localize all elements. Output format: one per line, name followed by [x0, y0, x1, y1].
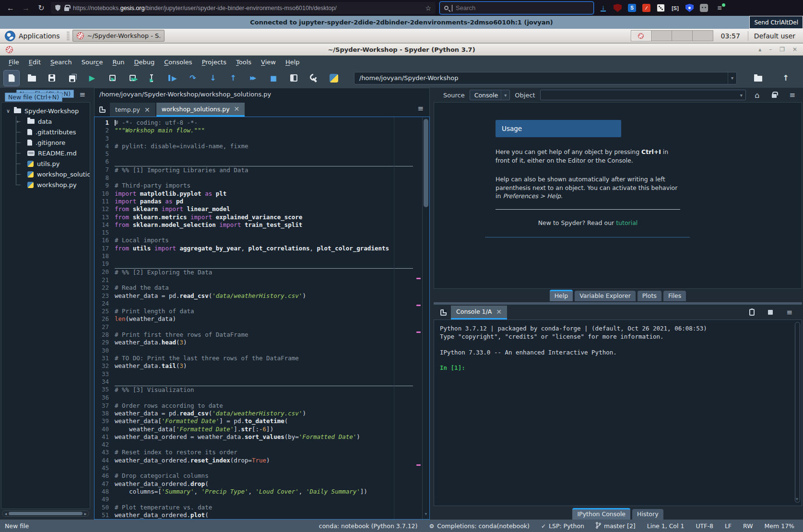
run-file-button[interactable]: ▶	[84, 71, 100, 86]
debug-file-button[interactable]: ▶	[165, 71, 180, 86]
close-icon[interactable]: ✕	[496, 309, 502, 314]
console-output[interactable]: Python 3.7.12 | packaged by conda-forge …	[434, 319, 802, 506]
tree-item--gitignore[interactable]: .gitignore	[1, 137, 90, 148]
menu-projects[interactable]: Projects	[197, 59, 231, 66]
todo-flag-icon[interactable]	[416, 331, 421, 333]
tree-item-readme-md[interactable]: README.md	[1, 148, 90, 158]
pane-options-icon[interactable]: ≡	[789, 91, 795, 99]
shade-window-icon[interactable]: ▴	[758, 46, 761, 53]
tree-item-workshop-py[interactable]: workshop.py	[1, 179, 90, 190]
workspace-1[interactable]	[631, 30, 651, 41]
browse-working-directory-button[interactable]	[750, 71, 766, 86]
home-icon[interactable]: ⌂	[755, 91, 759, 100]
maximize-window-icon[interactable]: ❐	[779, 46, 785, 53]
help-source-combo[interactable]: Console ▾	[470, 90, 510, 100]
taskbar-window-button[interactable]: ~/Spyder-Workshop - S...	[72, 30, 165, 42]
dice-icon[interactable]	[657, 4, 665, 12]
close-window-icon[interactable]: ✕	[792, 46, 797, 53]
clipboard-icon[interactable]	[749, 309, 755, 316]
continue-execution-button[interactable]: ▶▶	[246, 71, 261, 86]
tab-variable-explorer[interactable]: Variable Explorer	[575, 291, 636, 301]
chevron-down-icon[interactable]: ▾	[501, 90, 509, 100]
menu-view[interactable]: View	[256, 59, 281, 66]
downloads-icon[interactable]: ↓	[601, 4, 606, 12]
workspace-2[interactable]	[651, 30, 672, 41]
pane-options-icon[interactable]: ≡	[786, 308, 792, 317]
step-return-button[interactable]: ↑	[225, 71, 241, 86]
editor-options-icon[interactable]: ≡	[417, 104, 429, 117]
expander-icon[interactable]: ›	[14, 118, 22, 125]
send-ctrl-alt-del-button[interactable]: Send CtrlAltDel	[749, 16, 803, 29]
save-all-button[interactable]	[64, 71, 80, 86]
run-cell-and-advance-button[interactable]: ▶▶	[125, 71, 140, 86]
explorer-horizontal-scrollbar[interactable]: ◂ ▸	[2, 510, 89, 517]
search-input[interactable]: Search	[439, 1, 594, 14]
maximize-pane-button[interactable]	[286, 71, 301, 86]
menu-run[interactable]: Run	[107, 59, 129, 66]
expander-icon[interactable]: ∨	[4, 108, 12, 114]
close-icon[interactable]: ✕	[234, 106, 240, 111]
save-file-button[interactable]	[44, 71, 59, 86]
tab-plots[interactable]: Plots	[638, 291, 661, 301]
menu-source[interactable]: Source	[77, 59, 108, 66]
reload-icon[interactable]: ↻	[35, 3, 47, 12]
step-into-button[interactable]: ↓	[205, 71, 221, 86]
scroll-down-icon[interactable]: ▼	[423, 510, 429, 518]
console-tab[interactable]: Console 1/A ✕	[451, 306, 507, 319]
pane-options-icon[interactable]: ≡	[79, 90, 85, 99]
tab-help[interactable]: Help	[550, 290, 573, 301]
browse-tabs-button[interactable]	[436, 305, 451, 319]
scrollbar-handle[interactable]	[9, 512, 83, 515]
chevron-down-icon[interactable]: ▾	[728, 72, 736, 84]
tree-item-workshop-solutions-p[interactable]: workshop_solutions.p	[1, 169, 90, 179]
brackets-s-icon[interactable]: [S]	[671, 4, 679, 12]
scroll-right-icon[interactable]: ▸	[83, 511, 88, 516]
minimize-window-icon[interactable]: –	[769, 46, 772, 53]
scrollbar-handle[interactable]	[424, 119, 428, 207]
blue-shield-icon[interactable]	[685, 4, 694, 12]
applications-menu-button[interactable]: Applications	[3, 30, 64, 42]
close-icon[interactable]: ✕	[144, 107, 150, 112]
bookmark-star-icon[interactable]: ☆	[425, 4, 431, 12]
tab-history[interactable]: History	[632, 509, 663, 520]
editor-tab-workshop_solutions.py[interactable]: workshop_solutions.py✕	[156, 103, 245, 117]
open-file-button[interactable]	[24, 71, 39, 86]
preferences-button[interactable]	[306, 71, 321, 86]
menu-tools[interactable]: Tools	[231, 59, 256, 66]
tutorial-link[interactable]: tutorial	[616, 219, 638, 226]
help-object-combo[interactable]: ▾	[540, 90, 746, 100]
workspace-4[interactable]	[693, 30, 713, 41]
new-file-button[interactable]: New file (Ctrl+N)	[4, 71, 19, 86]
menu-consoles[interactable]: Consoles	[159, 59, 197, 66]
letter-s-blue-icon[interactable]: S	[628, 4, 636, 12]
interrupt-kernel-icon[interactable]	[768, 310, 773, 315]
tree-item-spyder-workshop[interactable]: ∨Spyder-Workshop	[1, 106, 90, 116]
menu-file[interactable]: File	[4, 59, 24, 66]
run-cell-button[interactable]: ▶	[105, 71, 120, 86]
workspace-3[interactable]	[672, 30, 693, 41]
tree-item-data[interactable]: ›data	[1, 116, 90, 127]
python-path-manager-button[interactable]	[326, 71, 342, 86]
menu-search[interactable]: Search	[46, 59, 77, 66]
chevron-down-icon[interactable]: ▾	[737, 90, 745, 100]
forward-icon[interactable]: →	[20, 4, 32, 12]
gray-face-icon[interactable]	[700, 4, 708, 12]
editor-tab-temp.py[interactable]: temp.py✕	[110, 103, 155, 117]
run-selection-button[interactable]: ▶	[145, 71, 160, 86]
code-editor[interactable]: 1# -*- coding: utf-8 -*-2"""Workshop mai…	[94, 117, 430, 520]
tab-files[interactable]: Files	[663, 291, 686, 301]
scroll-left-icon[interactable]: ◂	[3, 511, 8, 516]
ublock-shield-icon[interactable]	[614, 4, 622, 12]
todo-flag-icon[interactable]	[416, 278, 421, 279]
tree-item--gitattributes[interactable]: .gitattributes	[1, 127, 90, 137]
app-menu-icon[interactable]: ≡	[714, 4, 725, 12]
parent-directory-button[interactable]: ↑	[778, 71, 793, 86]
user-menu[interactable]: Default user	[754, 32, 795, 40]
working-directory-combo[interactable]: /home/jovyan/Spyder-Workshop ▾	[354, 72, 737, 84]
menu-debug[interactable]: Debug	[129, 59, 159, 66]
console-scrollbar[interactable]	[795, 322, 800, 503]
todo-flag-icon[interactable]	[416, 464, 421, 466]
back-icon[interactable]: ←	[5, 4, 16, 12]
menu-help[interactable]: Help	[281, 59, 305, 66]
tab-ipython-console[interactable]: IPython Console	[572, 508, 630, 520]
